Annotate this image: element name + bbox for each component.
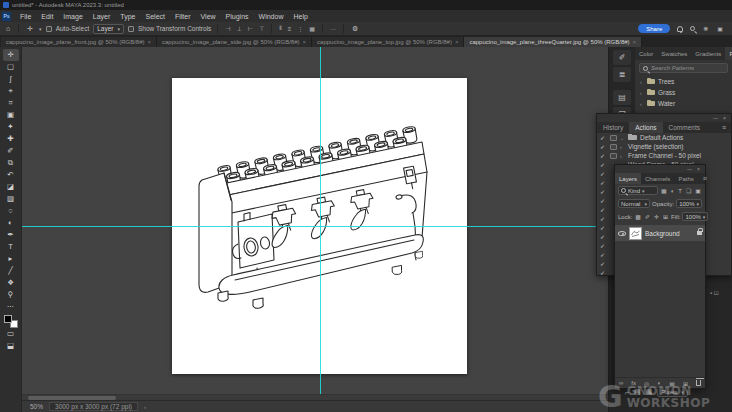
menu-image[interactable]: Image xyxy=(58,13,87,20)
chevron-right-icon[interactable]: › xyxy=(620,153,625,159)
check-icon[interactable]: ✓ xyxy=(600,197,607,204)
pattern-group-water[interactable]: › Water xyxy=(635,98,732,109)
close-icon[interactable]: × xyxy=(697,166,700,172)
tab-channels[interactable]: Channels xyxy=(641,173,674,184)
check-icon[interactable]: ✓ xyxy=(600,161,607,168)
menu-type[interactable]: Type xyxy=(115,13,140,20)
blur-tool[interactable]: ○ xyxy=(3,205,19,217)
tab-patterns[interactable]: Patterns xyxy=(725,47,732,60)
doc-tab-top[interactable]: cappucino_image_plane_top.jpg @ 50% (RGB… xyxy=(312,37,464,47)
check-icon[interactable]: ✓ xyxy=(600,215,607,222)
align-canvas-icon[interactable]: ▦ xyxy=(308,25,316,32)
chevron-right-icon[interactable]: › xyxy=(640,90,644,96)
new-group-icon[interactable]: ▤ xyxy=(669,380,675,387)
align-center-icon[interactable]: ⊥ xyxy=(236,25,243,32)
check-icon[interactable]: ✓ xyxy=(600,143,607,150)
shape-tool[interactable]: ╱ xyxy=(3,265,19,277)
close-icon[interactable]: × xyxy=(633,39,637,45)
lock-paint-icon[interactable]: ✐ xyxy=(644,213,651,220)
clone-stamp-tool[interactable]: ⧉ xyxy=(3,157,19,169)
brush-settings-panel-icon[interactable]: ≣ xyxy=(613,67,631,82)
filter-smart-object-icon[interactable]: ▣ xyxy=(694,187,702,194)
check-icon[interactable]: ✓ xyxy=(600,233,607,240)
dialog-toggle[interactable] xyxy=(610,144,617,150)
chevron-down-icon[interactable]: ⌄ xyxy=(620,135,625,141)
tab-gradients[interactable]: Gradients xyxy=(691,47,725,60)
check-icon[interactable]: ✓ xyxy=(600,188,607,195)
close-icon[interactable]: × xyxy=(303,39,307,45)
move-tool[interactable]: ✛ xyxy=(3,49,19,61)
patterns-search-input[interactable]: Search Patterns xyxy=(639,63,728,73)
auto-select-checkbox[interactable] xyxy=(46,26,52,32)
menu-help[interactable]: Help xyxy=(288,13,312,20)
document-viewport[interactable]: 50% 3000 px x 3000 px (72 ppi) › xyxy=(22,47,608,412)
new-layer-icon[interactable]: ⊞ xyxy=(683,380,688,387)
quick-mask-icon[interactable]: ▭ xyxy=(3,328,19,340)
tab-paths[interactable]: Paths xyxy=(674,173,697,184)
menu-plugins[interactable]: Plugins xyxy=(221,13,254,20)
fill-input[interactable]: 100% ▾ xyxy=(682,212,708,221)
hand-tool[interactable]: ❖ xyxy=(3,277,19,289)
chevron-right-icon[interactable]: › xyxy=(640,101,644,107)
frame-tool[interactable]: ▣ xyxy=(3,109,19,121)
tab-history[interactable]: History xyxy=(597,122,629,133)
chevron-right-icon[interactable]: › xyxy=(640,79,644,85)
close-icon[interactable]: × xyxy=(723,115,726,121)
visibility-eye-icon[interactable] xyxy=(618,231,626,236)
menu-filter[interactable]: Filter xyxy=(170,13,196,20)
object-selection-tool[interactable]: ⌖ xyxy=(3,85,19,97)
check-icon[interactable]: ✓ xyxy=(600,152,607,159)
dialog-toggle[interactable] xyxy=(610,153,617,159)
search-icon[interactable] xyxy=(690,26,695,31)
healing-brush-tool[interactable]: ✚ xyxy=(3,133,19,145)
align-top-icon[interactable]: ⊤ xyxy=(258,25,265,32)
lock-icon[interactable] xyxy=(697,231,702,235)
crop-marks-icon[interactable]: ⌐ xyxy=(625,389,629,396)
align-right-icon[interactable]: ⊢ xyxy=(247,25,254,32)
layer-row-background[interactable]: Background xyxy=(615,225,705,241)
opacity-input[interactable]: 100% ▾ xyxy=(676,199,702,208)
crop-tool[interactable]: ⌗ xyxy=(3,97,19,109)
filter-adjustment-icon[interactable]: ◐ xyxy=(670,188,676,194)
history-brush-tool[interactable]: ↶ xyxy=(3,169,19,181)
layer-thumbnail[interactable] xyxy=(629,227,642,240)
close-icon[interactable]: × xyxy=(455,39,459,45)
action-row-frame-channel[interactable]: ✓ › Frame Channel - 50 pixel xyxy=(597,151,731,160)
dialog-toggle[interactable] xyxy=(610,135,617,141)
tab-color[interactable]: Color xyxy=(635,47,657,60)
screen-mode-icon[interactable]: ⬓ xyxy=(3,340,19,352)
zoom-level[interactable]: 50% xyxy=(30,403,43,410)
brush-tool[interactable]: ✐ xyxy=(3,145,19,157)
chevron-right-icon[interactable]: › xyxy=(620,144,625,150)
check-icon[interactable]: ✓ xyxy=(600,242,607,249)
dodge-tool[interactable]: ◐ xyxy=(3,217,19,229)
check-icon[interactable]: ✓ xyxy=(600,170,607,177)
check-icon[interactable]: ✓ xyxy=(600,269,607,276)
doc-tab-front[interactable]: cappucino_image_plane_front.jpg @ 50% (R… xyxy=(1,37,157,47)
tab-swatches[interactable]: Swatches xyxy=(657,47,691,60)
minimize-icon[interactable]: — xyxy=(687,166,692,172)
filter-type-icon[interactable]: T xyxy=(677,188,683,194)
check-icon[interactable]: ✓ xyxy=(600,260,607,267)
tab-comments[interactable]: Comments xyxy=(663,122,706,133)
path-selection-tool[interactable]: ▸ xyxy=(3,253,19,265)
check-icon[interactable]: ✓ xyxy=(600,224,607,231)
check-icon[interactable]: ✓ xyxy=(600,206,607,213)
filter-shape-icon[interactable]: ❏ xyxy=(685,187,692,194)
vertical-guide[interactable] xyxy=(320,47,321,394)
tab-actions[interactable]: Actions xyxy=(629,122,662,133)
link-layers-icon[interactable]: ∞ xyxy=(619,380,623,386)
more-options-icon[interactable]: ··· xyxy=(329,26,337,32)
minimize-icon[interactable]: — xyxy=(713,115,718,121)
menu-view[interactable]: View xyxy=(196,13,221,20)
check-icon[interactable]: ✓ xyxy=(600,179,607,186)
eraser-tool[interactable]: ◪ xyxy=(3,181,19,193)
lasso-tool[interactable]: ʃ xyxy=(3,73,19,85)
edit-toolbar-icon[interactable]: ⋯ xyxy=(3,301,19,313)
filter-pixel-icon[interactable]: ▦ xyxy=(660,187,668,194)
close-icon[interactable]: × xyxy=(148,39,152,45)
horizontal-guide[interactable] xyxy=(22,226,608,227)
clone-source-panel-icon[interactable]: ▤ xyxy=(613,90,631,105)
move-tool-icon[interactable]: ✛ xyxy=(25,25,35,33)
workspace-switcher-icon[interactable]: ▣ xyxy=(716,25,724,32)
